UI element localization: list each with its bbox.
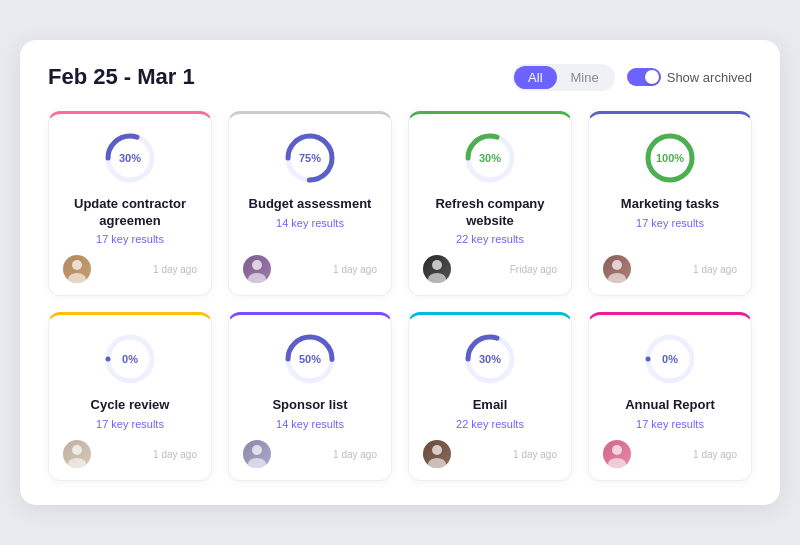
card-time: 1 day ago xyxy=(333,449,377,460)
avatar xyxy=(603,440,631,468)
svg-point-23 xyxy=(248,458,266,468)
card-subtitle: 17 key results xyxy=(96,418,164,430)
card-footer: 1 day ago xyxy=(243,255,377,283)
svg-point-14 xyxy=(612,260,622,270)
card-time: 1 day ago xyxy=(693,264,737,275)
progress-ring: 30% xyxy=(102,130,158,186)
card-time: 1 day ago xyxy=(333,264,377,275)
cards-grid: 30% Update contractor agreemen 17 key re… xyxy=(48,111,752,482)
card-subtitle: 17 key results xyxy=(96,233,164,245)
progress-text: 100% xyxy=(656,152,684,164)
page-title: Feb 25 - Mar 1 xyxy=(48,64,195,90)
avatar xyxy=(243,255,271,283)
card-subtitle: 22 key results xyxy=(456,233,524,245)
svg-point-27 xyxy=(428,458,446,468)
svg-point-15 xyxy=(608,273,626,283)
svg-point-31 xyxy=(608,458,626,468)
card-title: Marketing tasks xyxy=(621,196,719,213)
progress-ring: 100% xyxy=(642,130,698,186)
progress-ring: 30% xyxy=(462,331,518,387)
avatar xyxy=(243,440,271,468)
avatar xyxy=(63,255,91,283)
card-time: 1 day ago xyxy=(693,449,737,460)
card-title: Update contractor agreemen xyxy=(63,196,197,230)
avatar xyxy=(423,440,451,468)
card-footer: 1 day ago xyxy=(603,440,737,468)
progress-text: 0% xyxy=(662,353,678,365)
card-subtitle: 14 key results xyxy=(276,418,344,430)
svg-point-7 xyxy=(248,273,266,283)
progress-ring: 0% xyxy=(102,331,158,387)
task-card[interactable]: 30% Email 22 key results 1 day ago xyxy=(408,312,572,481)
svg-point-6 xyxy=(252,260,262,270)
card-time: 1 day ago xyxy=(153,449,197,460)
card-subtitle: 14 key results xyxy=(276,217,344,229)
card-subtitle: 17 key results xyxy=(636,217,704,229)
svg-point-19 xyxy=(68,458,86,468)
avatar xyxy=(63,440,91,468)
progress-text: 0% xyxy=(122,353,138,365)
card-footer: 1 day ago xyxy=(423,440,557,468)
progress-text: 30% xyxy=(479,353,501,365)
main-container: Feb 25 - Mar 1 All Mine Show archived 30… xyxy=(20,40,780,506)
task-card[interactable]: 100% Marketing tasks 17 key results 1 da… xyxy=(588,111,752,297)
avatar xyxy=(423,255,451,283)
svg-point-22 xyxy=(252,445,262,455)
card-title: Budget assessment xyxy=(249,196,372,213)
card-footer: 1 day ago xyxy=(243,440,377,468)
card-title: Annual Report xyxy=(625,397,715,414)
svg-point-18 xyxy=(72,445,82,455)
progress-ring: 30% xyxy=(462,130,518,186)
filter-mine-button[interactable]: Mine xyxy=(557,66,613,89)
svg-point-10 xyxy=(432,260,442,270)
avatar xyxy=(603,255,631,283)
task-card[interactable]: 50% Sponsor list 14 key results 1 day ag… xyxy=(228,312,392,481)
task-card[interactable]: 0% Cycle review 17 key results 1 day ago xyxy=(48,312,212,481)
task-card[interactable]: 30% Refresh company website 22 key resul… xyxy=(408,111,572,297)
card-footer: 1 day ago xyxy=(63,440,197,468)
card-time: Friday ago xyxy=(510,264,557,275)
svg-point-26 xyxy=(432,445,442,455)
show-archived-control[interactable]: Show archived xyxy=(627,68,752,86)
card-title: Refresh company website xyxy=(423,196,557,230)
card-title: Sponsor list xyxy=(272,397,347,414)
header: Feb 25 - Mar 1 All Mine Show archived xyxy=(48,64,752,91)
toggle-knob xyxy=(645,70,659,84)
card-title: Email xyxy=(473,397,508,414)
card-time: 1 day ago xyxy=(513,449,557,460)
svg-point-2 xyxy=(72,260,82,270)
progress-ring: 50% xyxy=(282,331,338,387)
progress-text: 75% xyxy=(299,152,321,164)
card-footer: Friday ago xyxy=(423,255,557,283)
card-footer: 1 day ago xyxy=(63,255,197,283)
svg-point-11 xyxy=(428,273,446,283)
progress-ring: 0% xyxy=(642,331,698,387)
header-controls: All Mine Show archived xyxy=(512,64,752,91)
card-subtitle: 17 key results xyxy=(636,418,704,430)
task-card[interactable]: 30% Update contractor agreemen 17 key re… xyxy=(48,111,212,297)
progress-text: 30% xyxy=(119,152,141,164)
svg-point-30 xyxy=(612,445,622,455)
archived-toggle[interactable] xyxy=(627,68,661,86)
card-footer: 1 day ago xyxy=(603,255,737,283)
show-archived-label: Show archived xyxy=(667,70,752,85)
svg-point-3 xyxy=(68,273,86,283)
progress-ring: 75% xyxy=(282,130,338,186)
progress-text: 30% xyxy=(479,152,501,164)
card-title: Cycle review xyxy=(91,397,170,414)
card-time: 1 day ago xyxy=(153,264,197,275)
filter-all-button[interactable]: All xyxy=(514,66,556,89)
filter-group: All Mine xyxy=(512,64,615,91)
progress-text: 50% xyxy=(299,353,321,365)
card-subtitle: 22 key results xyxy=(456,418,524,430)
task-card[interactable]: 0% Annual Report 17 key results 1 day ag… xyxy=(588,312,752,481)
task-card[interactable]: 75% Budget assessment 14 key results 1 d… xyxy=(228,111,392,297)
